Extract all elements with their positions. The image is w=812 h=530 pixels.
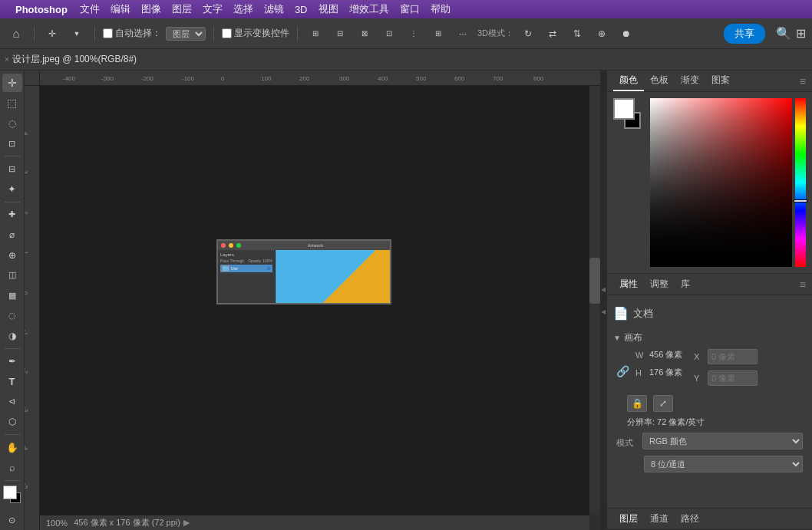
menu-item-3d[interactable]: 3D (295, 4, 308, 15)
tab-layers[interactable]: 图层 (613, 509, 644, 528)
lasso-tool[interactable]: ◌ (2, 114, 22, 133)
menu-item-view[interactable]: 视图 (319, 2, 338, 16)
menu-item-edit[interactable]: 编辑 (111, 2, 130, 16)
tab-channels[interactable]: 通道 (644, 509, 675, 528)
menu-item-file[interactable]: 文件 (80, 2, 100, 16)
3d-orbit-button[interactable]: ↻ (518, 24, 538, 44)
search-button[interactable]: 🔍 (776, 26, 791, 41)
zoom-tool[interactable]: ⌕ (2, 458, 22, 476)
hue-slider[interactable] (795, 98, 806, 267)
menu-item-layer[interactable]: 图层 (172, 2, 192, 16)
svg-rect-25 (650, 98, 792, 267)
svg-text:-400: -400 (63, 75, 76, 82)
tab-gradients[interactable]: 渐变 (675, 71, 705, 91)
tab-color[interactable]: 颜色 (613, 71, 644, 91)
menu-item-window[interactable]: 窗口 (400, 2, 420, 16)
3d-dolly-button[interactable]: ⇅ (567, 24, 587, 44)
selection-tool[interactable]: ⬚ (2, 94, 22, 112)
move-mode-button[interactable]: ✛ (42, 24, 62, 44)
canvas-section-header[interactable]: ▼ 画布 (613, 331, 806, 344)
bit-depth-select[interactable]: 8 位/通道 (644, 456, 803, 472)
quick-mask-button[interactable]: ⊙ (2, 512, 22, 530)
shape-tool[interactable]: ⬡ (2, 413, 22, 431)
align-left-button[interactable]: ⊞ (305, 24, 325, 44)
canvas-area[interactable]: -400 -300 -200 -100 0 100 200 300 400 50… (25, 71, 600, 530)
eraser-tool[interactable]: ◫ (2, 266, 22, 285)
3d-record-button[interactable]: ⏺ (616, 24, 636, 44)
share-button[interactable]: 共享 (724, 24, 765, 44)
3d-pan-button[interactable]: ⇄ (543, 24, 563, 44)
blur-tool[interactable]: ◌ (2, 306, 22, 324)
text-tool[interactable]: T (2, 372, 22, 390)
more-options-button[interactable]: ··· (453, 24, 473, 44)
move-options-button[interactable]: ▼ (67, 24, 87, 44)
y-input[interactable] (708, 370, 758, 386)
height-label: H (635, 368, 646, 377)
align-bottom-button[interactable]: ⊞ (428, 24, 448, 44)
menu-item-plugins[interactable]: 增效工具 (349, 2, 389, 16)
panel-menu-icon[interactable]: ≡ (800, 75, 806, 87)
doc-thumbnail[interactable]: Artwork Layers Pass Through Opacity 100% (216, 239, 391, 305)
canvas-section-label: 画布 (624, 331, 642, 344)
tab-libraries[interactable]: 库 (675, 275, 696, 294)
align-right-button[interactable]: ⊠ (355, 24, 375, 44)
menu-item-filter[interactable]: 滤镜 (264, 2, 284, 16)
arrange-button[interactable]: ⊞ (796, 26, 806, 41)
hand-tool[interactable]: ✋ (2, 438, 22, 456)
clone-tool[interactable]: ⊕ (2, 245, 22, 264)
menu-item-type[interactable]: 文字 (203, 2, 223, 16)
move-tool[interactable]: ✛ (2, 74, 22, 92)
svg-text:4: 4 (25, 132, 29, 136)
home-button[interactable]: ⌂ (6, 24, 26, 44)
mode-select[interactable]: RGB 颜色 (642, 433, 803, 449)
auto-select-checkbox[interactable] (103, 28, 113, 38)
canvas-arrow-icon: ▼ (613, 334, 621, 342)
svg-text:700: 700 (493, 75, 503, 82)
align-middle-button[interactable]: ⋮ (404, 24, 424, 44)
scrollbar-right-thumb[interactable] (589, 258, 600, 304)
eyedropper-tool[interactable]: ✦ (2, 180, 22, 199)
canvas-resize-button[interactable]: ⤢ (653, 395, 673, 412)
svg-text:-200: -200 (141, 75, 154, 82)
scrollbar-right[interactable] (589, 86, 600, 515)
healing-tool[interactable]: ✚ (2, 206, 22, 224)
expand-icon[interactable]: ▶ (183, 518, 190, 528)
transform-checkbox[interactable] (222, 28, 232, 38)
menu-item-select[interactable]: 选择 (233, 2, 253, 16)
props-panel-menu[interactable]: ≡ (800, 278, 806, 291)
dodge-tool[interactable]: ◑ (2, 327, 22, 345)
x-input[interactable] (708, 349, 758, 364)
pen-tool[interactable]: ✒ (2, 352, 22, 370)
menu-item-image[interactable]: 图像 (141, 2, 161, 16)
svg-text:500: 500 (416, 75, 427, 82)
canvas-content[interactable]: Artwork Layers Pass Through Opacity 100% (40, 86, 600, 515)
fg-color-swatch[interactable] (613, 98, 635, 120)
canvas-lock-button[interactable]: 🔒 (627, 395, 647, 412)
magic-wand-tool[interactable]: ⊡ (2, 134, 22, 153)
fg-bg-swatch[interactable] (2, 484, 23, 507)
canvas-dimensions: 🔗 W 456 像素 H 176 像素 (613, 349, 806, 390)
3d-mode-label: 3D模式： (477, 28, 513, 39)
align-center-button[interactable]: ⊟ (330, 24, 350, 44)
menu-item-help[interactable]: 帮助 (431, 2, 451, 16)
link-icon: 🔗 (616, 365, 629, 377)
tab-properties[interactable]: 属性 (613, 275, 644, 294)
auto-select-dropdown[interactable]: 图层 (166, 27, 206, 41)
path-selection-tool[interactable]: ⊲ (2, 393, 22, 411)
link-proportions[interactable]: 🔗 (616, 352, 629, 390)
crop-tool[interactable]: ⊟ (2, 160, 22, 178)
panel-collapse-handle[interactable]: ◀ ◀ (600, 71, 606, 530)
tab-paths[interactable]: 路径 (675, 509, 705, 528)
tab-patterns[interactable]: 图案 (705, 71, 736, 91)
tab-swatches[interactable]: 色板 (644, 71, 675, 91)
brush-tool[interactable]: ⌀ (2, 225, 22, 244)
ruler-left: 4 3 2 1 0 -1 -2 -3 -4 -5 (25, 86, 40, 530)
mode-section: 模式 RGB 颜色 8 位/通道 (613, 433, 806, 476)
3d-camera-button[interactable]: ⊕ (592, 24, 612, 44)
tab-adjustments[interactable]: 调整 (644, 275, 675, 294)
gradient-tool[interactable]: ▦ (2, 286, 22, 305)
align-top-button[interactable]: ⊡ (379, 24, 399, 44)
color-gradient[interactable] (650, 98, 792, 267)
ruler-corner (25, 71, 40, 86)
tab-close-icon[interactable]: × (5, 55, 9, 64)
